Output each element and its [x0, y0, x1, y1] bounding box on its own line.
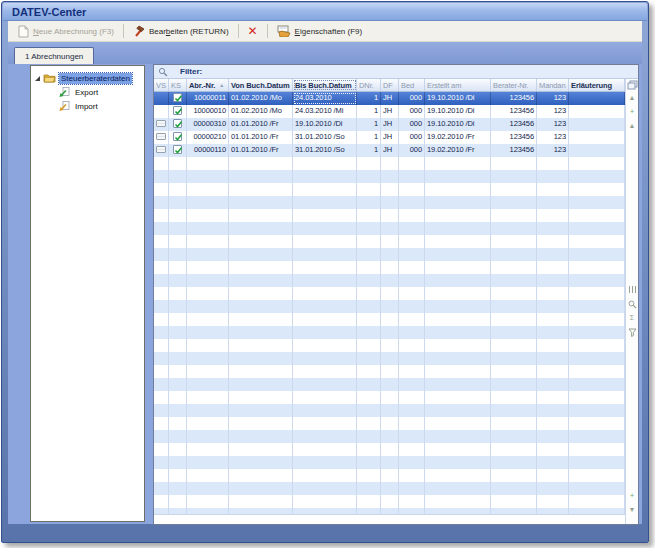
sum-icon[interactable]: Σ — [626, 314, 638, 322]
add-row-icon[interactable]: + — [626, 492, 638, 500]
columns-icon[interactable] — [626, 286, 638, 295]
column-header-vs[interactable]: VS — [154, 79, 169, 91]
table-row-empty — [154, 495, 625, 508]
cell-mandant — [537, 339, 569, 352]
cell-erlaeuterung — [569, 209, 625, 222]
cell-von — [229, 404, 293, 417]
cell-erlaeuterung — [569, 300, 625, 313]
cell-mandant — [537, 417, 569, 430]
cell-berater — [491, 456, 537, 469]
column-header-bis[interactable]: Bis Buch.Datum — [293, 79, 357, 91]
tree-expander-icon[interactable] — [35, 76, 40, 81]
cell-von: 01.02.2010 /Mo — [229, 92, 293, 105]
cell-erlaeuterung — [569, 92, 625, 105]
column-header-dnr[interactable]: DNr. — [357, 79, 381, 91]
column-header-erlaeuterung[interactable]: Erläuterung — [569, 79, 625, 91]
tree-item-export[interactable]: Export — [31, 85, 144, 99]
cell-df — [381, 196, 399, 209]
search-icon — [158, 67, 168, 77]
filter-label: Filter: — [180, 67, 202, 76]
cell-berater — [491, 222, 537, 235]
table-row-empty — [154, 430, 625, 443]
filter-row[interactable]: Filter: — [154, 65, 638, 79]
column-header-df[interactable]: DF — [381, 79, 399, 91]
cell-mandant — [537, 313, 569, 326]
cell-von — [229, 391, 293, 404]
cell-erstellt — [425, 183, 491, 196]
table-row[interactable]: 0000031001.01.2010 /Fr19.10.2010 /Di1JH0… — [154, 118, 625, 131]
eigenschaften-button[interactable]: Eigenschaften (F9) — [271, 23, 369, 40]
cell-bed — [399, 157, 425, 170]
search-icon[interactable] — [626, 300, 638, 309]
column-header-von[interactable]: Von Buch.Datum — [229, 79, 293, 91]
cell-erstellt — [425, 482, 491, 495]
table-row-empty — [154, 326, 625, 339]
cell-berater — [491, 287, 537, 300]
titlebar[interactable]: DATEV-Center — [3, 3, 647, 21]
checkbox-checked[interactable] — [173, 119, 182, 128]
cell-dnr — [357, 339, 381, 352]
cell-erstellt — [425, 430, 491, 443]
bearbeiten-button[interactable]: Bearbeiten (RETURN) — [127, 23, 235, 40]
scroll-bottom-icon[interactable]: ▼ — [626, 506, 638, 514]
tree-item-steuerberaterdaten[interactable]: Steuerberaterdaten — [31, 71, 144, 85]
cell-erstellt — [425, 313, 491, 326]
table-row[interactable]: 1000001001.02.2010 /Mo24.03.2010 /Mi1JH0… — [154, 105, 625, 118]
import-icon — [58, 101, 70, 112]
filter-icon[interactable] — [626, 328, 638, 337]
cell-vs — [154, 196, 169, 209]
cell-mandant — [537, 209, 569, 222]
column-header-ks[interactable]: KS — [169, 79, 187, 91]
scroll-top-icon[interactable]: ▲ — [626, 94, 638, 102]
table-row[interactable]: 0000011001.01.2010 /Fr31.01.2010 /So1JH0… — [154, 144, 625, 157]
column-header-abrnr[interactable]: Abr.-Nr.▲ — [187, 79, 229, 91]
cell-bis — [293, 482, 357, 495]
new-abrechnung-button[interactable]: Neue Abrechnung (F3) — [12, 23, 120, 40]
cell-von — [229, 274, 293, 287]
table-row-empty — [154, 196, 625, 209]
cell-berater — [491, 339, 537, 352]
table-row[interactable]: 1000001101.02.2010 /Mo24.03.20101JH00019… — [154, 92, 625, 105]
delete-button[interactable]: ✕ — [242, 23, 264, 40]
cell-dnr — [357, 482, 381, 495]
cell-erstellt — [425, 352, 491, 365]
cell-ks — [169, 131, 187, 144]
cell-ks — [169, 274, 187, 287]
cell-bis — [293, 417, 357, 430]
cell-von — [229, 352, 293, 365]
column-header-berater[interactable]: Berater-Nr. — [491, 79, 537, 91]
checkbox-checked[interactable] — [173, 106, 182, 115]
checkbox-checked[interactable] — [173, 93, 182, 102]
column-header-mandant[interactable]: Mandan — [537, 79, 569, 91]
cell-berater — [491, 261, 537, 274]
cell-erlaeuterung — [569, 365, 625, 378]
cell-ks — [169, 209, 187, 222]
cell-erlaeuterung — [569, 326, 625, 339]
cell-df — [381, 404, 399, 417]
tree-item-label: Import — [73, 101, 100, 112]
cell-mandant — [537, 274, 569, 287]
table-row[interactable]: 0000021001.01.2010 /Fr31.01.2010 /So1JH0… — [154, 131, 625, 144]
cell-vs — [154, 365, 169, 378]
cell-df — [381, 378, 399, 391]
cell-von — [229, 430, 293, 443]
cell-erstellt — [425, 365, 491, 378]
cell-berater — [491, 352, 537, 365]
tree-item-import[interactable]: Import — [31, 99, 144, 113]
checkbox-checked[interactable] — [173, 132, 182, 141]
cell-von — [229, 326, 293, 339]
column-header-erstellt[interactable]: Erstellt am — [425, 79, 491, 91]
cell-erlaeuterung — [569, 196, 625, 209]
cell-ks — [169, 352, 187, 365]
cell-erlaeuterung — [569, 261, 625, 274]
add-row-icon[interactable]: + — [626, 108, 638, 116]
tab-abrechnungen[interactable]: 1 Abrechnungen — [14, 47, 94, 64]
cell-bed — [399, 274, 425, 287]
column-header-bed[interactable]: Bed — [399, 79, 425, 91]
column-chooser-icon[interactable] — [626, 80, 638, 90]
scroll-up-icon[interactable]: ▲ — [626, 122, 638, 130]
cell-bed: 000 — [399, 118, 425, 131]
checkbox-checked[interactable] — [173, 145, 182, 154]
cell-vs — [154, 430, 169, 443]
cell-df — [381, 170, 399, 183]
